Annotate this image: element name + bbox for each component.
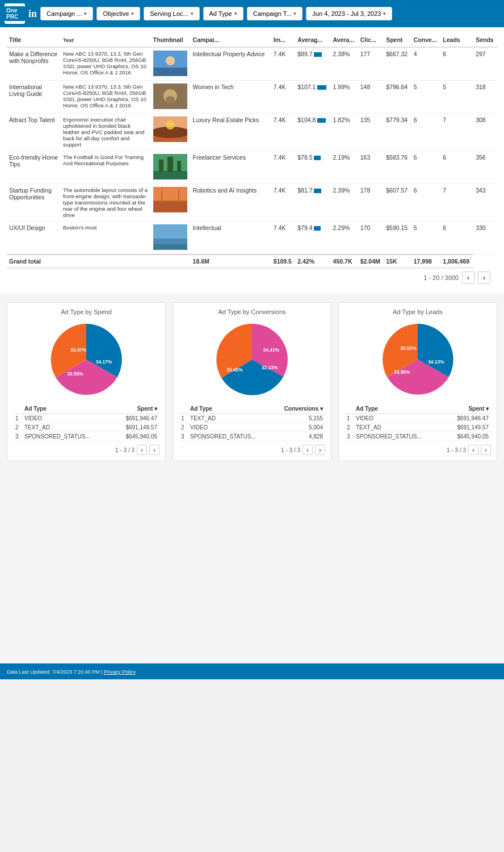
cpc-bar	[317, 118, 326, 123]
leads-legend-header-type: Ad Type	[354, 404, 444, 414]
cpc-bar	[317, 85, 326, 90]
next-page-button[interactable]: ›	[478, 272, 490, 284]
spend-next-button[interactable]: ›	[149, 445, 159, 455]
cell-campaign: Robotics and AI Insights	[191, 184, 271, 222]
cell-conversions: 5	[411, 222, 441, 255]
list-item: 2 TEXT_AD $691,149.57	[13, 423, 159, 432]
col-header-title: Title	[7, 33, 61, 47]
cell-clicks: 178	[358, 184, 384, 222]
conversions-pie-chart: 34.41% 32.13% 33.45%	[212, 320, 292, 399]
cpc-bar	[314, 189, 321, 193]
legend-value: 5,155	[273, 414, 325, 423]
cell-clicks: 135	[358, 114, 384, 151]
filter-campaign-type[interactable]: Campaign T... ▾	[247, 7, 303, 20]
svg-point-2	[166, 56, 175, 65]
cell-spent: $583.76	[384, 151, 411, 184]
legend-label: TEXT_AD	[354, 423, 444, 432]
cell-sends: 343	[473, 184, 497, 222]
filter-date-range[interactable]: Jun 4, 2023 - Jul 3, 2023 ▾	[306, 7, 392, 20]
cell-campaign: Freelancer Services	[191, 151, 271, 184]
list-item: 2 TEXT_AD $691,149.57	[345, 423, 491, 432]
conversions-legend-header-type: Ad Type	[188, 404, 273, 414]
cell-campaign: Women in Tech	[191, 81, 271, 114]
legend-value: $691,149.57	[113, 423, 159, 432]
cell-leads: 7	[440, 114, 473, 151]
legend-num: 2	[345, 423, 354, 432]
spend-prev-button[interactable]: ‹	[137, 445, 147, 455]
svg-text:33.47%: 33.47%	[70, 347, 87, 353]
cell-title: Attract Top Talent	[7, 114, 61, 151]
charts-section: Ad Type by Spend 33.47% 34.17% 33.55%	[0, 293, 504, 470]
svg-text:33.85%: 33.85%	[394, 369, 410, 375]
cell-title: Eco-friendly Home Tips	[7, 151, 61, 184]
cell-spent: $779.34	[384, 114, 411, 151]
legend-num-header	[345, 404, 354, 414]
cell-impressions: 7.4K	[271, 151, 295, 184]
cell-thumbnail	[151, 114, 191, 151]
legend-label: VIDEO	[354, 414, 444, 423]
cell-thumbnail	[151, 222, 191, 255]
data-table-container: Title Text Thumbnail Campai... Im... Ave…	[0, 27, 504, 293]
conversions-prev-button[interactable]: ‹	[303, 445, 313, 455]
cell-conversions: 6	[411, 184, 441, 222]
leads-next-button[interactable]: ›	[481, 445, 491, 455]
grand-total-impressions: 18.6M	[191, 254, 271, 268]
spend-legend-header-value: Spent ▾	[113, 404, 159, 414]
cell-clicks: 177	[358, 47, 384, 81]
legend-label: VIDEO	[22, 414, 113, 423]
cell-leads: 7	[440, 184, 473, 222]
legend-value: $691,946.47	[113, 414, 159, 423]
list-item: 1 VIDEO $691,946.47	[13, 414, 159, 423]
svg-rect-1	[153, 68, 187, 76]
leads-prev-button[interactable]: ‹	[468, 445, 478, 455]
logo-text: One PRC	[5, 6, 25, 21]
svg-text:33.55%: 33.55%	[67, 371, 83, 377]
cell-avg-cpc: $107.1	[295, 81, 330, 114]
conversions-chart-pagination: 1 - 3 / 3 ‹ ›	[179, 445, 325, 455]
legend-num-header	[179, 404, 188, 414]
cell-thumbnail	[151, 184, 191, 222]
grand-total-avg-ctr: 2.42%	[295, 254, 330, 268]
conversions-next-button[interactable]: ›	[315, 445, 325, 455]
cell-sends: 330	[473, 222, 497, 255]
cell-avg-cpc: $78.5	[295, 151, 330, 184]
legend-value: 5,004	[273, 423, 325, 432]
cell-avg-ctr: 2.38%	[331, 47, 358, 81]
leads-chart-title: Ad Type by Leads	[345, 308, 491, 315]
col-header-campaign: Campai...	[191, 33, 271, 47]
filter-objective[interactable]: Objective ▾	[96, 7, 140, 20]
legend-num: 2	[13, 423, 22, 432]
legend-num: 3	[345, 432, 354, 441]
col-header-thumbnail: Thumbnail	[151, 33, 191, 47]
svg-rect-12	[159, 160, 163, 172]
cell-campaign: Luxury Real Estate Picks	[191, 114, 271, 151]
chevron-down-icon: ▾	[131, 11, 134, 16]
cell-avg-cpc: $104.8	[295, 114, 330, 151]
legend-label: SPONSORED_STATUS...	[22, 432, 113, 441]
legend-label: TEXT_AD	[22, 423, 113, 432]
legend-label: SPONSORED_STATUS...	[188, 432, 273, 441]
pagination-text: 1 - 20 / 3000	[423, 274, 459, 281]
legend-num-header	[13, 404, 22, 414]
chevron-down-icon: ▾	[383, 11, 386, 16]
cell-spent: $667.32	[384, 47, 411, 81]
legend-value: $691,149.57	[444, 423, 491, 432]
linkedin-logo: in	[28, 8, 37, 20]
legend-num: 1	[13, 414, 22, 423]
filter-ad-type[interactable]: Ad Type ▾	[203, 7, 243, 20]
col-header-text: Text	[61, 33, 150, 47]
prev-page-button[interactable]: ‹	[462, 272, 474, 284]
svg-rect-13	[167, 157, 173, 172]
filter-serving-location[interactable]: Serving Loc... ▾	[144, 7, 199, 20]
cell-avg-cpc: $81.7	[295, 184, 330, 222]
chevron-down-icon: ▾	[234, 11, 237, 16]
cell-impressions: 7.4K	[271, 114, 295, 151]
cell-leads: 6	[440, 47, 473, 81]
cell-title: UX/UI Design	[7, 222, 61, 255]
filter-campaign[interactable]: Campaign ... ▾	[40, 7, 93, 20]
privacy-policy-link[interactable]: Privacy Policy	[104, 669, 136, 675]
cell-campaign: Intellectual	[191, 222, 271, 255]
cell-clicks: 148	[358, 81, 384, 114]
list-item: 3 SPONSORED_STATUS... 4,828	[179, 432, 325, 441]
svg-point-9	[166, 120, 175, 130]
